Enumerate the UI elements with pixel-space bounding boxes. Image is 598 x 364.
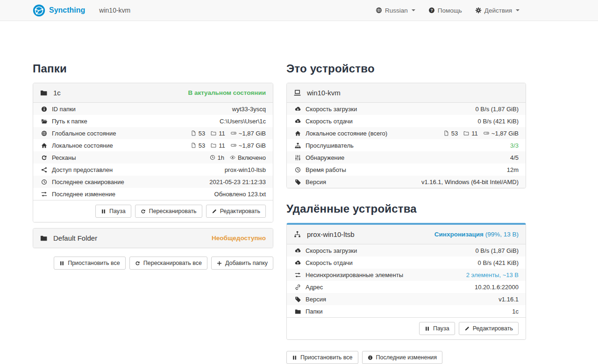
sitemap-icon: [294, 143, 301, 149]
pause-icon: [59, 261, 64, 266]
pencil-icon: [464, 326, 470, 331]
clock-icon: [294, 167, 301, 173]
value-text: v1.16.1, Windows (64-bit Intel/AMD): [421, 178, 519, 186]
button-label: Пересканировать все: [143, 260, 202, 266]
exchange-icon: [294, 272, 301, 278]
row-value: 5311~1,87 GiB: [443, 130, 519, 137]
globe-icon: [40, 130, 48, 136]
row-label: Папки: [306, 308, 323, 315]
folder-icon: [40, 235, 47, 242]
language-menu[interactable]: Russian: [376, 7, 415, 14]
help-menu-label: Помощь: [438, 7, 462, 14]
recent-changes-button[interactable]: Последние изменения: [362, 351, 443, 364]
row-label: Путь к папке: [52, 118, 87, 125]
value-text: 3/3: [510, 142, 519, 149]
folder-name: Default Folder: [53, 234, 97, 242]
hdd-icon: [231, 130, 236, 136]
row-value: 0 B/s (421 KiB): [478, 118, 519, 125]
button-label: Пауза: [109, 208, 126, 214]
table-row: Папки1c: [287, 305, 526, 317]
rescan-folder-button[interactable]: Пересканировать: [135, 205, 202, 218]
folder-details-table: ID папкиwyt33-3yscqПуть к папкеC:\Users\…: [33, 103, 273, 200]
clock-icon: [40, 179, 48, 185]
device-name: win10-kvm: [307, 89, 341, 97]
value-text: 0 B/s (1,87 GiB): [476, 247, 519, 254]
file-icon: [191, 143, 196, 148]
link-icon: [294, 284, 301, 290]
row-value: 3/3: [510, 142, 519, 149]
edit-device-button[interactable]: Редактировать: [459, 322, 519, 335]
navbar-brand[interactable]: Syncthing: [33, 4, 85, 17]
chevron-down-icon: [516, 9, 520, 11]
actions-menu[interactable]: Действия: [475, 7, 520, 14]
add-folder-button[interactable]: Добавить папку: [211, 257, 273, 270]
pause-icon: [101, 209, 106, 214]
pause-device-button[interactable]: Пауза: [419, 322, 455, 335]
folder-icon: [294, 308, 301, 314]
folder-status-badge: Необщедоступно: [212, 235, 266, 242]
row-label: Версия: [306, 296, 326, 303]
table-row: Обнаружение4/5: [287, 151, 526, 164]
device-status-badge: Синхронизация (99%, 13 B): [434, 231, 519, 238]
file-icon: [191, 130, 196, 136]
value-text: prox-win10-ltsb: [225, 166, 266, 173]
row-label: Время работы: [306, 166, 346, 173]
table-row: Ресканы1hВключено: [33, 151, 273, 164]
row-value: 2 элементы, ~13 B: [466, 271, 519, 278]
row-label: ID папки: [52, 106, 76, 113]
pause-all-folders-button[interactable]: Приостановить все: [54, 257, 126, 270]
table-row: Глобальное состояние5311~1,87 GiB: [33, 127, 273, 139]
folder-name: 1c: [53, 89, 61, 97]
this-device-heading[interactable]: win10-kvm: [287, 83, 526, 103]
folder-panel-1c: 1c В актуальном состоянии ID папкиwyt33-…: [33, 83, 273, 222]
folder-open-icon: [40, 118, 48, 124]
pause-icon: [292, 355, 297, 360]
table-row: Скорость отдачи0 B/s (421 KiB): [287, 115, 526, 127]
cloud-download-icon: [294, 106, 301, 112]
remote-device-icon: [294, 231, 301, 238]
gear-icon: [475, 7, 482, 14]
eye-icon: [230, 155, 235, 160]
cloud-upload-icon: [294, 118, 301, 124]
folders-footer-buttons: Приостановить всеПересканировать всеДоба…: [33, 257, 273, 270]
pause-all-devices-button[interactable]: Приостановить все: [286, 351, 358, 364]
row-value: 2021-05-23 21:12:33: [209, 178, 266, 186]
table-row: Версияv1.16.1: [287, 293, 526, 305]
row-value: v1.16.1: [498, 296, 519, 303]
hdd-icon: [484, 130, 489, 136]
share-icon: [40, 167, 48, 173]
row-label: Локальное состояние: [52, 142, 113, 149]
row-value: 12m: [507, 166, 519, 173]
hdd-icon: [231, 143, 236, 148]
value-text: 0 B/s (421 KiB): [478, 259, 519, 266]
row-label: Версия: [306, 178, 326, 186]
rescan-all-folders-button[interactable]: Пересканировать все: [129, 257, 207, 270]
folder-panel-heading[interactable]: Default Folder Необщедоступно: [33, 228, 273, 248]
table-row: Последнее изменениеОбновлено 123.txt: [33, 188, 273, 200]
table-row: Скорость загрузки0 B/s (1,87 GiB): [287, 103, 526, 115]
value-text: ~1,87 GiB: [239, 142, 266, 149]
info-circle-icon: [40, 106, 48, 112]
laptop-icon: [294, 89, 301, 96]
button-label: Редактировать: [220, 208, 260, 214]
edit-folder-button[interactable]: Редактировать: [206, 205, 266, 218]
folder-panel-heading[interactable]: 1c В актуальном состоянии: [33, 83, 273, 103]
globe-icon: [376, 7, 382, 14]
row-label: Доступ предоставлен: [52, 166, 113, 173]
remote-device-heading[interactable]: prox-win10-ltsb Синхронизация (99%, 13 B…: [287, 225, 526, 244]
row-value: 1c: [512, 308, 519, 315]
pause-folder-button[interactable]: Пауза: [95, 205, 131, 218]
folder-icon: [40, 89, 47, 96]
button-label: Редактировать: [473, 325, 513, 332]
row-value: 10.20.1.6:22000: [475, 284, 519, 291]
navbar: Syncthing win10-kvm Russian ? Помощь Дей…: [0, 0, 598, 21]
value-text: ~1,87 GiB: [239, 130, 266, 137]
value-link[interactable]: 2 элементы, ~13 B: [466, 271, 519, 278]
help-menu[interactable]: ? Помощь: [428, 7, 462, 14]
navbar-device-title: win10-kvm: [99, 7, 130, 14]
value-text: 2021-05-23 21:12:33: [209, 178, 266, 186]
value-text: wyt33-3yscq: [232, 106, 266, 113]
table-row: ID папкиwyt33-3yscq: [33, 103, 273, 115]
value-text: 0 B/s (421 KiB): [478, 118, 519, 125]
row-label: Последнее изменение: [52, 191, 115, 198]
